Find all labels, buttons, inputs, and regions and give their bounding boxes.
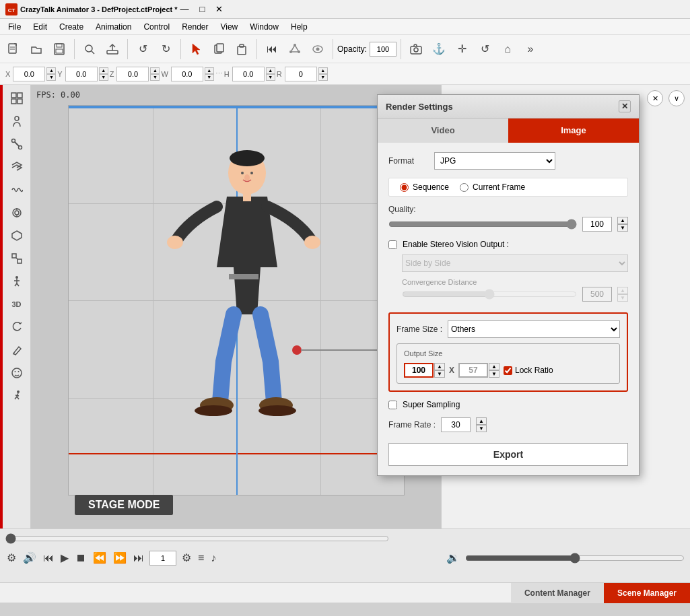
frame-size-select[interactable]: Others 720p 1080p 4K Custom — [448, 320, 620, 338]
tl-keyframe-btn[interactable]: ⚙ — [180, 550, 193, 566]
menu-item-render[interactable]: Render — [176, 21, 213, 33]
sequence-radio[interactable] — [400, 183, 409, 192]
redo-button[interactable]: ↻ — [155, 38, 176, 60]
width-down-button[interactable]: ▼ — [434, 370, 445, 378]
frame-rate-input[interactable] — [441, 417, 471, 432]
tl-play-btn[interactable]: ▶ — [59, 550, 70, 566]
content-manager-tab[interactable]: Content Manager — [511, 583, 604, 603]
height-up-button[interactable]: ▲ — [489, 363, 499, 370]
camera-button[interactable] — [405, 38, 427, 60]
current-frame-radio[interactable] — [460, 183, 469, 192]
w-input[interactable]: 0.0 — [171, 67, 203, 81]
x-input[interactable]: 0.0 — [13, 67, 45, 81]
move-button[interactable]: ✛ — [451, 38, 473, 60]
tab-image[interactable]: Image — [508, 118, 639, 143]
quality-input[interactable] — [582, 217, 612, 232]
visibility-button[interactable] — [307, 38, 329, 60]
quality-down-button[interactable]: ▼ — [617, 224, 628, 232]
height-down-button[interactable]: ▼ — [489, 370, 499, 378]
play-begin-button[interactable]: ⏮ — [261, 38, 283, 60]
more-button[interactable]: » — [520, 38, 541, 60]
frame-rate-up-button[interactable]: ▲ — [476, 417, 487, 425]
edit-icon[interactable] — [284, 38, 306, 60]
panel-expand-btn[interactable]: ∨ — [668, 90, 685, 106]
copy-button[interactable] — [208, 38, 230, 60]
z-up-button[interactable]: ▲ — [150, 67, 160, 74]
panel-collapse-btn[interactable]: ✕ — [647, 90, 663, 106]
opacity-input[interactable]: 100 — [370, 42, 396, 57]
home-button[interactable]: ⌂ — [497, 38, 518, 60]
timeline-frame-input[interactable]: 1 — [149, 551, 176, 566]
rotate-sidebar-btn[interactable] — [6, 316, 28, 338]
x-up-button[interactable]: ▲ — [46, 67, 56, 74]
format-select[interactable]: JPG PNG BMP TGA — [434, 152, 555, 170]
h-up-button[interactable]: ▲ — [266, 67, 275, 74]
tl-vol-slider[interactable] — [465, 553, 685, 563]
y-input[interactable]: 0.0 — [65, 67, 98, 81]
d3-sidebar-btn[interactable]: 3D — [6, 294, 28, 315]
layer-sidebar-btn[interactable] — [6, 156, 28, 178]
stereo-checkbox[interactable] — [388, 240, 397, 249]
puppet-sidebar-btn[interactable] — [6, 271, 28, 292]
maximize-button[interactable]: □ — [197, 4, 208, 14]
walk-sidebar-btn[interactable] — [6, 385, 28, 407]
target-sidebar-btn[interactable] — [6, 202, 28, 224]
menu-item-create[interactable]: Create — [54, 21, 89, 33]
dialog-close-button[interactable]: ✕ — [619, 100, 631, 112]
new-button[interactable] — [3, 38, 24, 60]
wave-sidebar-btn[interactable] — [6, 179, 28, 201]
menu-item-window[interactable]: Window — [244, 21, 284, 33]
tl-prev-frame-btn[interactable]: ⏪ — [92, 550, 108, 566]
character-sidebar-btn[interactable] — [6, 110, 28, 132]
r-down-button[interactable]: ▼ — [318, 74, 328, 81]
export-button[interactable]: Export — [388, 443, 628, 466]
tl-vol-right-btn[interactable]: 🔉 — [445, 550, 461, 566]
width-input[interactable] — [404, 363, 434, 378]
face-sidebar-btn[interactable] — [6, 362, 28, 384]
h-down-button[interactable]: ▼ — [266, 74, 275, 81]
anchor-button[interactable]: ⚓ — [428, 38, 450, 60]
tl-audio-btn[interactable]: ♪ — [209, 551, 217, 566]
menu-item-view[interactable]: View — [215, 21, 243, 33]
paint-sidebar-btn[interactable] — [6, 339, 28, 361]
w-down-button[interactable]: ▼ — [205, 74, 214, 81]
tab-video[interactable]: Video — [378, 118, 508, 143]
height-input[interactable] — [458, 363, 488, 378]
bone-sidebar-btn[interactable] — [6, 133, 28, 155]
minimize-button[interactable]: — — [178, 4, 192, 14]
frame-rate-down-button[interactable]: ▼ — [476, 425, 487, 432]
grid-sidebar-btn[interactable] — [6, 88, 28, 109]
width-up-button[interactable]: ▲ — [434, 363, 445, 370]
tl-list-btn[interactable]: ≡ — [197, 551, 205, 566]
sequence-radio-item[interactable]: Sequence — [400, 182, 449, 192]
quality-slider[interactable] — [388, 219, 577, 230]
menu-item-file[interactable]: File — [3, 21, 26, 33]
tl-settings-btn[interactable]: ⚙ — [5, 550, 18, 566]
paste-button[interactable] — [231, 38, 252, 60]
tl-vol-btn[interactable]: 🔊 — [22, 550, 38, 566]
tl-play-begin-btn[interactable]: ⏮ — [42, 551, 55, 566]
tl-next-frame-btn[interactable]: ⏩ — [112, 550, 128, 566]
y-up-button[interactable]: ▲ — [99, 67, 108, 74]
export-button[interactable] — [102, 38, 123, 60]
x-down-button[interactable]: ▼ — [46, 74, 56, 81]
y-down-button[interactable]: ▼ — [99, 74, 108, 81]
w-up-button[interactable]: ▲ — [205, 67, 214, 74]
preview-button[interactable] — [79, 38, 100, 60]
super-sampling-checkbox[interactable] — [388, 401, 397, 409]
select-button[interactable] — [185, 38, 207, 60]
scene-manager-tab[interactable]: Scene Manager — [604, 583, 690, 603]
z-down-button[interactable]: ▼ — [150, 74, 160, 81]
close-button[interactable]: ✕ — [213, 4, 226, 14]
h-input[interactable]: 0.0 — [232, 67, 265, 81]
lock-ratio-checkbox-label[interactable]: Lock Ratio — [504, 366, 553, 375]
timeline-slider[interactable] — [5, 533, 389, 544]
reset-button[interactable]: ↺ — [474, 38, 495, 60]
mesh-sidebar-btn[interactable] — [6, 225, 28, 246]
open-button[interactable] — [26, 38, 47, 60]
save-button[interactable] — [48, 38, 70, 60]
r-up-button[interactable]: ▲ — [318, 67, 328, 74]
z-input[interactable]: 0.0 — [116, 67, 149, 81]
tl-play-end-btn[interactable]: ⏭ — [132, 551, 145, 566]
menu-item-animation[interactable]: Animation — [90, 21, 137, 33]
